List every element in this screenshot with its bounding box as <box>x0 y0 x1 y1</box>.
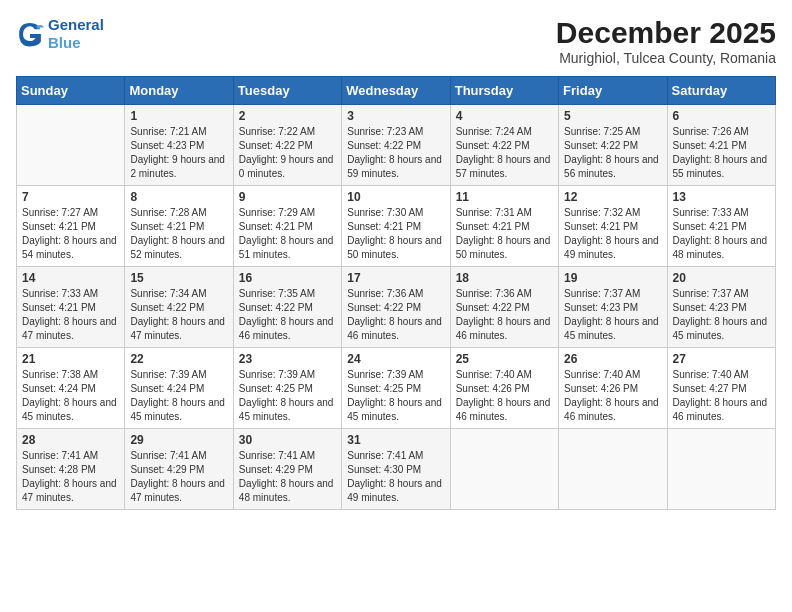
weekday-header-thursday: Thursday <box>450 77 558 105</box>
calendar-cell: 22Sunrise: 7:39 AMSunset: 4:24 PMDayligh… <box>125 348 233 429</box>
weekday-header-sunday: Sunday <box>17 77 125 105</box>
calendar-cell <box>559 429 667 510</box>
day-number: 21 <box>22 352 119 366</box>
day-number: 2 <box>239 109 336 123</box>
day-info: Sunrise: 7:37 AMSunset: 4:23 PMDaylight:… <box>564 287 661 343</box>
day-number: 31 <box>347 433 444 447</box>
day-info: Sunrise: 7:41 AMSunset: 4:28 PMDaylight:… <box>22 449 119 505</box>
day-number: 4 <box>456 109 553 123</box>
day-number: 6 <box>673 109 770 123</box>
day-number: 16 <box>239 271 336 285</box>
day-info: Sunrise: 7:39 AMSunset: 4:25 PMDaylight:… <box>347 368 444 424</box>
day-number: 13 <box>673 190 770 204</box>
day-info: Sunrise: 7:36 AMSunset: 4:22 PMDaylight:… <box>347 287 444 343</box>
calendar-cell: 17Sunrise: 7:36 AMSunset: 4:22 PMDayligh… <box>342 267 450 348</box>
day-info: Sunrise: 7:39 AMSunset: 4:24 PMDaylight:… <box>130 368 227 424</box>
logo-line1: General <box>48 16 104 33</box>
weekday-header-monday: Monday <box>125 77 233 105</box>
week-row-5: 28Sunrise: 7:41 AMSunset: 4:28 PMDayligh… <box>17 429 776 510</box>
calendar-table: SundayMondayTuesdayWednesdayThursdayFrid… <box>16 76 776 510</box>
day-info: Sunrise: 7:33 AMSunset: 4:21 PMDaylight:… <box>673 206 770 262</box>
day-info: Sunrise: 7:36 AMSunset: 4:22 PMDaylight:… <box>456 287 553 343</box>
day-info: Sunrise: 7:23 AMSunset: 4:22 PMDaylight:… <box>347 125 444 181</box>
day-info: Sunrise: 7:40 AMSunset: 4:26 PMDaylight:… <box>564 368 661 424</box>
calendar-cell: 30Sunrise: 7:41 AMSunset: 4:29 PMDayligh… <box>233 429 341 510</box>
calendar-cell: 16Sunrise: 7:35 AMSunset: 4:22 PMDayligh… <box>233 267 341 348</box>
day-info: Sunrise: 7:22 AMSunset: 4:22 PMDaylight:… <box>239 125 336 181</box>
day-number: 18 <box>456 271 553 285</box>
weekday-header-row: SundayMondayTuesdayWednesdayThursdayFrid… <box>17 77 776 105</box>
day-number: 30 <box>239 433 336 447</box>
day-info: Sunrise: 7:28 AMSunset: 4:21 PMDaylight:… <box>130 206 227 262</box>
weekday-header-saturday: Saturday <box>667 77 775 105</box>
day-number: 22 <box>130 352 227 366</box>
day-info: Sunrise: 7:31 AMSunset: 4:21 PMDaylight:… <box>456 206 553 262</box>
day-number: 27 <box>673 352 770 366</box>
day-number: 15 <box>130 271 227 285</box>
calendar-cell: 26Sunrise: 7:40 AMSunset: 4:26 PMDayligh… <box>559 348 667 429</box>
day-info: Sunrise: 7:41 AMSunset: 4:30 PMDaylight:… <box>347 449 444 505</box>
calendar-cell: 9Sunrise: 7:29 AMSunset: 4:21 PMDaylight… <box>233 186 341 267</box>
calendar-cell: 7Sunrise: 7:27 AMSunset: 4:21 PMDaylight… <box>17 186 125 267</box>
day-info: Sunrise: 7:40 AMSunset: 4:26 PMDaylight:… <box>456 368 553 424</box>
day-info: Sunrise: 7:26 AMSunset: 4:21 PMDaylight:… <box>673 125 770 181</box>
day-number: 28 <box>22 433 119 447</box>
logo-text: General Blue <box>48 16 104 52</box>
day-number: 10 <box>347 190 444 204</box>
calendar-cell: 10Sunrise: 7:30 AMSunset: 4:21 PMDayligh… <box>342 186 450 267</box>
day-number: 26 <box>564 352 661 366</box>
day-info: Sunrise: 7:25 AMSunset: 4:22 PMDaylight:… <box>564 125 661 181</box>
day-info: Sunrise: 7:30 AMSunset: 4:21 PMDaylight:… <box>347 206 444 262</box>
weekday-header-wednesday: Wednesday <box>342 77 450 105</box>
calendar-cell: 31Sunrise: 7:41 AMSunset: 4:30 PMDayligh… <box>342 429 450 510</box>
day-number: 12 <box>564 190 661 204</box>
location: Murighiol, Tulcea County, Romania <box>556 50 776 66</box>
calendar-cell: 5Sunrise: 7:25 AMSunset: 4:22 PMDaylight… <box>559 105 667 186</box>
weekday-header-friday: Friday <box>559 77 667 105</box>
calendar-cell: 11Sunrise: 7:31 AMSunset: 4:21 PMDayligh… <box>450 186 558 267</box>
day-info: Sunrise: 7:40 AMSunset: 4:27 PMDaylight:… <box>673 368 770 424</box>
day-info: Sunrise: 7:35 AMSunset: 4:22 PMDaylight:… <box>239 287 336 343</box>
logo-line2: Blue <box>48 34 81 51</box>
calendar-cell: 25Sunrise: 7:40 AMSunset: 4:26 PMDayligh… <box>450 348 558 429</box>
day-number: 8 <box>130 190 227 204</box>
calendar-cell: 24Sunrise: 7:39 AMSunset: 4:25 PMDayligh… <box>342 348 450 429</box>
calendar-cell: 21Sunrise: 7:38 AMSunset: 4:24 PMDayligh… <box>17 348 125 429</box>
calendar-cell <box>17 105 125 186</box>
day-info: Sunrise: 7:32 AMSunset: 4:21 PMDaylight:… <box>564 206 661 262</box>
day-number: 25 <box>456 352 553 366</box>
day-info: Sunrise: 7:38 AMSunset: 4:24 PMDaylight:… <box>22 368 119 424</box>
day-number: 23 <box>239 352 336 366</box>
day-info: Sunrise: 7:33 AMSunset: 4:21 PMDaylight:… <box>22 287 119 343</box>
day-number: 19 <box>564 271 661 285</box>
calendar-cell: 8Sunrise: 7:28 AMSunset: 4:21 PMDaylight… <box>125 186 233 267</box>
calendar-cell: 1Sunrise: 7:21 AMSunset: 4:23 PMDaylight… <box>125 105 233 186</box>
logo-icon <box>16 20 44 48</box>
calendar-cell: 15Sunrise: 7:34 AMSunset: 4:22 PMDayligh… <box>125 267 233 348</box>
calendar-cell: 13Sunrise: 7:33 AMSunset: 4:21 PMDayligh… <box>667 186 775 267</box>
day-number: 9 <box>239 190 336 204</box>
day-number: 1 <box>130 109 227 123</box>
calendar-cell: 4Sunrise: 7:24 AMSunset: 4:22 PMDaylight… <box>450 105 558 186</box>
calendar-cell: 2Sunrise: 7:22 AMSunset: 4:22 PMDaylight… <box>233 105 341 186</box>
day-number: 7 <box>22 190 119 204</box>
calendar-cell: 23Sunrise: 7:39 AMSunset: 4:25 PMDayligh… <box>233 348 341 429</box>
day-info: Sunrise: 7:41 AMSunset: 4:29 PMDaylight:… <box>130 449 227 505</box>
day-info: Sunrise: 7:29 AMSunset: 4:21 PMDaylight:… <box>239 206 336 262</box>
week-row-3: 14Sunrise: 7:33 AMSunset: 4:21 PMDayligh… <box>17 267 776 348</box>
calendar-cell: 6Sunrise: 7:26 AMSunset: 4:21 PMDaylight… <box>667 105 775 186</box>
day-number: 11 <box>456 190 553 204</box>
weekday-header-tuesday: Tuesday <box>233 77 341 105</box>
month-year: December 2025 <box>556 16 776 50</box>
day-info: Sunrise: 7:39 AMSunset: 4:25 PMDaylight:… <box>239 368 336 424</box>
day-number: 14 <box>22 271 119 285</box>
day-number: 3 <box>347 109 444 123</box>
week-row-4: 21Sunrise: 7:38 AMSunset: 4:24 PMDayligh… <box>17 348 776 429</box>
day-number: 5 <box>564 109 661 123</box>
logo: General Blue <box>16 16 104 52</box>
day-info: Sunrise: 7:21 AMSunset: 4:23 PMDaylight:… <box>130 125 227 181</box>
calendar-cell: 19Sunrise: 7:37 AMSunset: 4:23 PMDayligh… <box>559 267 667 348</box>
day-info: Sunrise: 7:41 AMSunset: 4:29 PMDaylight:… <box>239 449 336 505</box>
day-number: 24 <box>347 352 444 366</box>
calendar-cell <box>450 429 558 510</box>
